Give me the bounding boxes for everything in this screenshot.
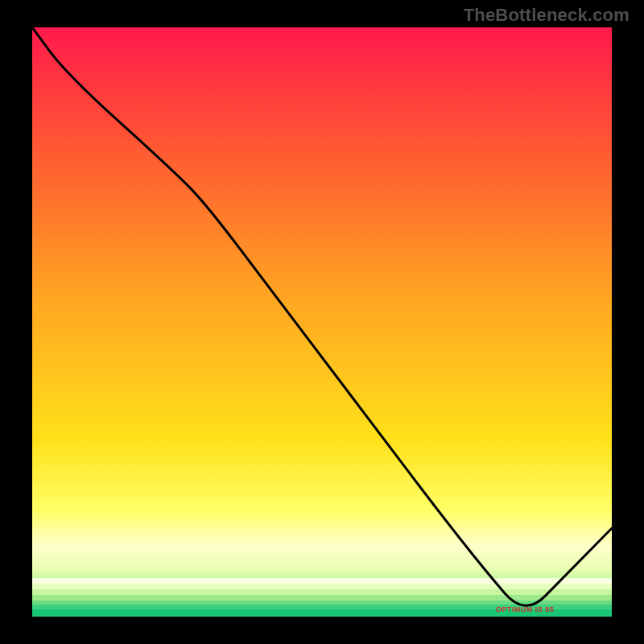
chart-frame: TheBottleneck.com OPTIMUM IS 85 (0, 0, 644, 644)
bottleneck-curve (32, 27, 612, 605)
line-layer (32, 27, 612, 617)
plot-area: OPTIMUM IS 85 (32, 27, 612, 617)
optimum-marker-label: OPTIMUM IS 85 (496, 605, 555, 613)
attribution-text: TheBottleneck.com (464, 5, 630, 26)
